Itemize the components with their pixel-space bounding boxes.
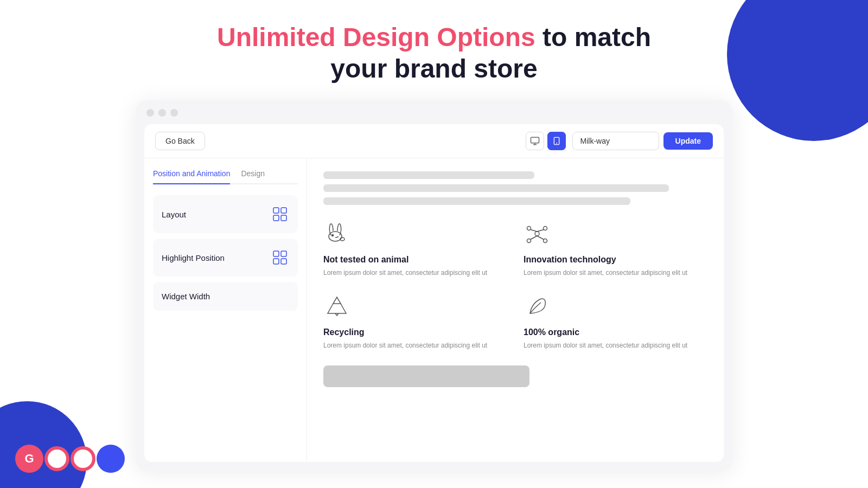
svg-line-21 bbox=[531, 230, 537, 232]
view-toggle bbox=[526, 132, 566, 150]
widget-width-label: Widget Width bbox=[162, 292, 210, 301]
leaf-icon bbox=[524, 293, 551, 320]
sidebar-item-highlight-position[interactable]: Highlight Position bbox=[153, 239, 298, 277]
highlight-position-grid-icon bbox=[271, 248, 289, 267]
svg-rect-11 bbox=[273, 259, 279, 264]
svg-point-20 bbox=[544, 239, 547, 243]
window-dot-2 bbox=[158, 109, 166, 117]
toolbar-search-area: Update bbox=[572, 132, 713, 150]
feature-innovation-title: Innovation technology bbox=[524, 255, 707, 265]
ui-panel: Go Back Up bbox=[136, 100, 732, 471]
sidebar-item-layout[interactable]: Layout bbox=[153, 195, 298, 233]
svg-line-24 bbox=[537, 236, 544, 240]
svg-point-14 bbox=[332, 235, 334, 236]
page-header: Unlimited Design Options to match your b… bbox=[0, 0, 868, 100]
skeleton-bar-2 bbox=[323, 184, 669, 192]
rabbit-icon bbox=[323, 220, 350, 247]
svg-rect-0 bbox=[531, 137, 539, 143]
svg-rect-9 bbox=[273, 251, 279, 256]
mobile-icon bbox=[552, 137, 561, 145]
feature-recycling-title: Recycling bbox=[323, 328, 507, 337]
title-highlight: Unlimited Design Options bbox=[217, 23, 535, 52]
search-input[interactable] bbox=[572, 132, 659, 150]
page-title: Unlimited Design Options to match your b… bbox=[0, 22, 868, 84]
inner-panel: Go Back Up bbox=[144, 124, 724, 462]
logo-circle-blue bbox=[97, 445, 125, 473]
feature-innovation-desc: Lorem ipsum dolor sit amet, consectetur … bbox=[524, 268, 707, 278]
sidebar: Position and Animation Design Layout bbox=[144, 158, 307, 462]
molecule-icon bbox=[524, 220, 551, 247]
logo-circle-o1 bbox=[44, 446, 69, 471]
svg-point-18 bbox=[544, 227, 547, 230]
sidebar-tabs: Position and Animation Design bbox=[153, 169, 298, 184]
svg-line-22 bbox=[537, 230, 544, 232]
tab-design[interactable]: Design bbox=[241, 169, 265, 184]
layout-grid-icon bbox=[271, 205, 289, 223]
preview-panel: Not tested on animal Lorem ipsum dolor s… bbox=[307, 158, 724, 462]
feature-recycling-desc: Lorem ipsum dolor sit amet, consectetur … bbox=[323, 341, 507, 350]
update-button[interactable]: Update bbox=[663, 132, 713, 150]
feature-not-tested-desc: Lorem ipsum dolor sit amet, consectetur … bbox=[323, 268, 507, 278]
svg-rect-5 bbox=[273, 208, 279, 213]
svg-rect-6 bbox=[281, 208, 286, 213]
skeleton-bar-3 bbox=[323, 197, 630, 205]
svg-rect-12 bbox=[281, 259, 286, 264]
window-chrome bbox=[144, 109, 724, 117]
toolbar: Go Back Up bbox=[144, 124, 724, 158]
main-content: Position and Animation Design Layout bbox=[144, 158, 724, 462]
go-back-button[interactable]: Go Back bbox=[155, 132, 205, 150]
mobile-view-button[interactable] bbox=[547, 132, 566, 150]
sidebar-item-widget-width[interactable]: Widget Width bbox=[153, 282, 298, 311]
feature-organic-desc: Lorem ipsum dolor sit amet, consectetur … bbox=[524, 341, 707, 350]
desktop-view-button[interactable] bbox=[526, 132, 544, 150]
svg-rect-7 bbox=[273, 215, 279, 221]
feature-not-tested: Not tested on animal Lorem ipsum dolor s… bbox=[323, 220, 507, 278]
feature-grid: Not tested on animal Lorem ipsum dolor s… bbox=[323, 220, 707, 350]
skeleton-bar-1 bbox=[323, 171, 534, 179]
feature-not-tested-title: Not tested on animal bbox=[323, 255, 507, 265]
window-dot-3 bbox=[170, 109, 178, 117]
svg-rect-10 bbox=[281, 251, 286, 256]
logo: G bbox=[15, 445, 125, 473]
svg-point-19 bbox=[527, 239, 531, 243]
highlight-position-label: Highlight Position bbox=[162, 253, 225, 262]
desktop-icon bbox=[530, 136, 540, 146]
feature-recycling: Recycling Lorem ipsum dolor sit amet, co… bbox=[323, 293, 507, 350]
recycle-icon bbox=[323, 293, 350, 320]
layout-label: Layout bbox=[162, 210, 186, 219]
tab-position-animation[interactable]: Position and Animation bbox=[153, 169, 230, 184]
feature-organic: 100% organic Lorem ipsum dolor sit amet,… bbox=[524, 293, 707, 350]
svg-point-17 bbox=[527, 227, 531, 230]
window-dot-1 bbox=[146, 109, 154, 117]
svg-point-13 bbox=[329, 232, 342, 241]
svg-rect-8 bbox=[281, 215, 286, 221]
feature-innovation: Innovation technology Lorem ipsum dolor … bbox=[524, 220, 707, 278]
preview-bottom-bar bbox=[323, 365, 529, 387]
svg-line-23 bbox=[531, 236, 537, 240]
logo-circle-o2 bbox=[71, 446, 95, 471]
logo-area: G bbox=[15, 445, 125, 473]
feature-organic-title: 100% organic bbox=[524, 328, 707, 337]
svg-point-16 bbox=[535, 232, 539, 236]
logo-g: G bbox=[15, 445, 43, 473]
